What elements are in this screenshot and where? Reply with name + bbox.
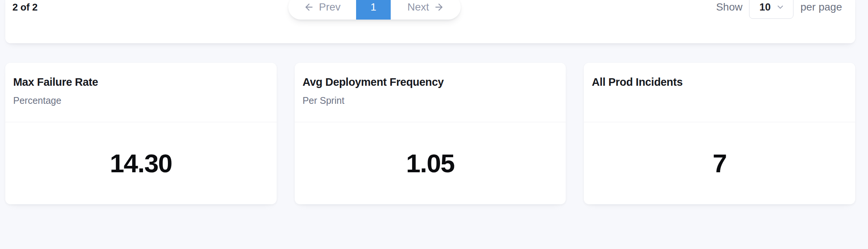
metric-card-header: Avg Deployment Frequency Per Sprint [295, 63, 566, 122]
metric-value: 14.30 [110, 149, 172, 178]
show-label: Show [716, 1, 742, 13]
page-size-value: 10 [759, 2, 771, 13]
chevron-down-icon [776, 3, 785, 12]
metric-card-header: All Prod Incidents [584, 63, 855, 122]
pagination-toolbar: 2 of 2 Prev 1 Next [5, 0, 855, 20]
metric-value: 7 [713, 149, 726, 178]
metric-card-body: 7 [584, 122, 855, 204]
metric-subtitle: Per Sprint [303, 95, 558, 106]
metric-card-body: 1.05 [295, 122, 566, 204]
page-size-select[interactable]: 10 [749, 0, 793, 19]
metric-title: Max Failure Rate [13, 76, 268, 89]
prev-page-label: Prev [319, 1, 341, 13]
pagination: Prev 1 Next [288, 0, 461, 20]
arrow-right-icon [434, 2, 444, 12]
next-page-label: Next [407, 1, 429, 13]
prev-page-button[interactable]: Prev [288, 0, 356, 20]
per-page-label: per page [800, 1, 842, 13]
metric-card-max-failure-rate: Max Failure Rate Percentage 14.30 [5, 63, 277, 204]
metric-subtitle [592, 95, 847, 106]
results-count: 2 of 2 [12, 0, 38, 20]
page-1-button[interactable]: 1 [356, 0, 391, 20]
metric-title: All Prod Incidents [592, 76, 847, 89]
metric-title: Avg Deployment Frequency [303, 76, 558, 89]
next-page-button[interactable]: Next [391, 0, 461, 20]
metric-card-body: 14.30 [5, 122, 277, 204]
metric-card-all-prod-incidents: All Prod Incidents 7 [584, 63, 855, 204]
metric-card-avg-deployment-frequency: Avg Deployment Frequency Per Sprint 1.05 [295, 63, 566, 204]
page-size-control: Show 10 per page [716, 0, 842, 20]
metric-card-header: Max Failure Rate Percentage [5, 63, 277, 122]
metric-subtitle: Percentage [13, 95, 268, 106]
table-footer-panel: 2 of 2 Prev 1 Next [5, 0, 855, 43]
metric-cards-row: Max Failure Rate Percentage 14.30 Avg De… [5, 63, 855, 204]
metric-value: 1.05 [406, 149, 454, 178]
arrow-left-icon [304, 2, 314, 12]
